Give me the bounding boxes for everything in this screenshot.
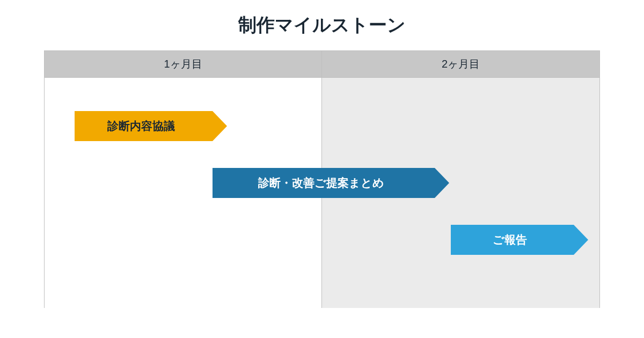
gantt-chart: 1ヶ月目 2ヶ月目 診断内容協議 診断・改善ご提案まとめ ご報告 [44,50,600,308]
arrow-right-icon [574,225,588,255]
milestone-chart-container: 制作マイルストーン 1ヶ月目 2ヶ月目 診断内容協議 診断・改善ご提案まとめ ご… [44,13,600,308]
gantt-bar-diagnosis-discussion: 診断内容協議 [75,111,213,141]
gantt-header-month-1: 1ヶ月目 [45,51,322,77]
arrow-right-icon [435,168,449,198]
gantt-bar-label: ご報告 [493,232,532,247]
gantt-body: 診断内容協議 診断・改善ご提案まとめ ご報告 [45,78,599,308]
gantt-bar-report: ご報告 [451,225,574,255]
gantt-header-row: 1ヶ月目 2ヶ月目 [45,51,599,78]
gantt-bar-label: 診断内容協議 [107,119,180,134]
arrow-right-icon [213,111,227,141]
gantt-header-month-2: 2ヶ月目 [322,51,599,77]
chart-title: 制作マイルストーン [44,13,600,38]
gantt-bar-proposal-summary: 診断・改善ご提案まとめ [213,168,435,198]
gantt-bar-label: 診断・改善ご提案まとめ [258,175,390,190]
